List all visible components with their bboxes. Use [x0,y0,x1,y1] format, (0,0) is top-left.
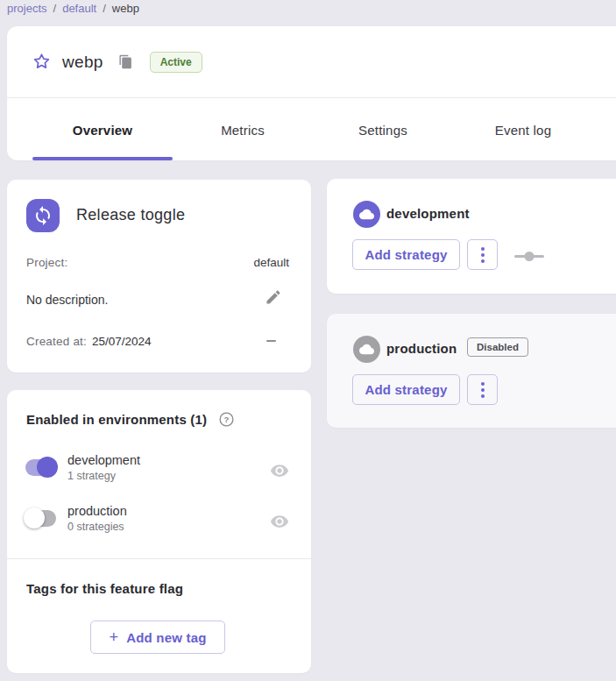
kebab-icon [481,247,485,251]
add-strategy-button-production[interactable]: Add strategy [352,374,460,405]
breadcrumb-default[interactable]: default [62,2,96,15]
sync-icon [32,205,53,226]
tab-event-log[interactable]: Event log [453,99,593,160]
kebab-icon [481,382,485,386]
feature-tabs: Overview Metrics Settings Event log [7,99,616,160]
breadcrumb: projects / default / webp [7,2,139,15]
flag-description: No description. [26,293,108,307]
breadcrumb-separator: / [103,2,106,15]
help-icon[interactable]: ? [218,411,235,428]
production-env-avatar [353,336,380,363]
copy-name-button[interactable] [117,53,136,72]
tab-settings[interactable]: Settings [313,99,453,160]
toggle-knob [24,507,45,528]
env-name: production [67,502,127,520]
env-name: development [67,451,140,469]
star-icon [32,52,52,72]
preview-production-button[interactable] [269,511,290,532]
breadcrumb-projects[interactable]: projects [7,2,47,15]
env-strategy-count: 1 strategy [67,469,140,484]
add-tag-label: Add new tag [126,630,206,645]
release-toggle-icon [26,199,60,232]
env-row-production: production 0 strategies [7,501,311,542]
section-divider [7,558,311,559]
page-title: webp [62,53,103,72]
project-value: default [253,256,289,269]
disabled-badge: Disabled [467,337,528,357]
app-root: projects / default / webp webp Active Ov… [0,0,616,681]
favorite-button[interactable] [31,52,52,73]
env-row-development: development 1 strategy [7,450,311,491]
created-at-label: Created at: [26,335,87,348]
environments-header: Enabled in environments (1) ? [26,411,235,428]
development-panel: development Add strategy [327,179,616,294]
panel-env-name: development [386,206,470,221]
development-menu-button[interactable] [467,239,498,270]
created-at-row: Created at:25/07/2024 [26,335,152,348]
feature-header-card: webp Active Overview Metrics Settings Ev… [7,26,616,160]
cloud-icon [359,342,374,357]
status-badge: Active [150,52,202,73]
tags-title: Tags for this feature flag [26,581,183,596]
breadcrumb-separator: / [53,2,57,15]
feature-title-row: webp Active [7,26,616,98]
development-env-avatar [353,201,380,228]
strategy-connector-icon [514,251,544,262]
environments-title: Enabled in environments (1) [26,412,207,427]
pencil-icon [265,288,282,306]
env-texts: production 0 strategies [67,502,127,535]
development-toggle[interactable] [25,459,56,476]
empty-value-dash [266,340,276,342]
eye-icon [270,461,289,480]
copy-icon [118,54,133,69]
production-menu-button[interactable] [467,374,498,405]
add-new-tag-button[interactable]: + Add new tag [90,621,225,654]
breadcrumb-current: webp [112,2,139,15]
env-texts: development 1 strategy [67,451,140,484]
add-strategy-button-development[interactable]: Add strategy [352,239,460,270]
plus-icon: + [109,630,118,644]
created-at-value: 25/07/2024 [92,335,152,348]
preview-development-button[interactable] [269,460,290,481]
tab-overview[interactable]: Overview [32,99,173,160]
cloud-icon [359,207,374,222]
env-strategy-count: 0 strategies [67,520,127,535]
svg-text:?: ? [224,415,230,424]
tab-metrics[interactable]: Metrics [173,99,313,160]
project-label: Project: [26,256,67,269]
flag-details-card: Release toggle Project: default No descr… [7,180,311,372]
production-toggle[interactable] [25,510,56,527]
production-panel: production Disabled Add strategy [327,314,616,428]
environments-card: Enabled in environments (1) ? developmen… [7,390,311,673]
eye-icon [270,512,289,531]
toggle-knob [37,457,58,478]
panel-env-name: production [386,341,457,356]
edit-description-button[interactable] [263,287,284,308]
flag-type-label: Release toggle [76,206,185,224]
